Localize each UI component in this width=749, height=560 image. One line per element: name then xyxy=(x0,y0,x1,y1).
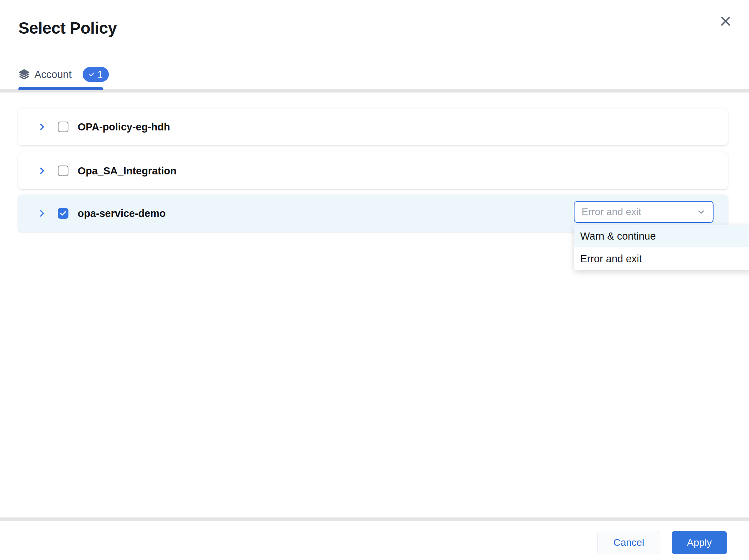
active-tab-underline xyxy=(18,87,103,90)
policy-row[interactable]: Opa_SA_Integration xyxy=(18,152,728,189)
cancel-button[interactable]: Cancel xyxy=(597,531,660,554)
menu-option-warn-continue[interactable]: Warn & continue xyxy=(574,225,749,247)
select-policy-modal: Select Policy Account xyxy=(0,0,749,560)
policy-checkbox[interactable] xyxy=(58,166,68,176)
tab-account-label: Account xyxy=(34,69,72,80)
chevron-right-icon[interactable] xyxy=(37,122,46,131)
chevron-down-icon xyxy=(697,207,706,217)
policy-name: opa-service-demo xyxy=(78,208,166,219)
policy-checkbox[interactable] xyxy=(58,122,68,132)
policy-name: OPA-policy-eg-hdh xyxy=(78,121,170,133)
layers-icon xyxy=(18,69,30,80)
header-divider xyxy=(0,89,749,93)
policy-row[interactable]: OPA-policy-eg-hdh xyxy=(18,108,728,145)
enforcement-select[interactable]: Error and exit xyxy=(574,201,714,223)
selected-count-badge: 1 xyxy=(83,67,109,82)
enforcement-select-value: Error and exit xyxy=(582,206,641,218)
apply-button[interactable]: Apply xyxy=(672,531,727,554)
enforcement-dropdown-menu: Warn & continue Error and exit xyxy=(574,225,749,270)
policy-name: Opa_SA_Integration xyxy=(78,165,177,177)
policy-checkbox-checked[interactable] xyxy=(58,208,68,219)
tab-account[interactable]: Account 1 xyxy=(18,67,109,82)
selected-count: 1 xyxy=(98,69,103,80)
close-button[interactable] xyxy=(717,13,734,30)
close-icon xyxy=(719,15,732,28)
page-title: Select Policy xyxy=(18,18,117,38)
tab-bar: Account 1 xyxy=(18,65,109,84)
chevron-right-icon[interactable] xyxy=(37,166,46,175)
menu-option-error-exit[interactable]: Error and exit xyxy=(574,247,749,270)
chevron-right-icon[interactable] xyxy=(37,209,46,218)
check-icon xyxy=(89,72,95,78)
footer-divider xyxy=(0,517,749,521)
